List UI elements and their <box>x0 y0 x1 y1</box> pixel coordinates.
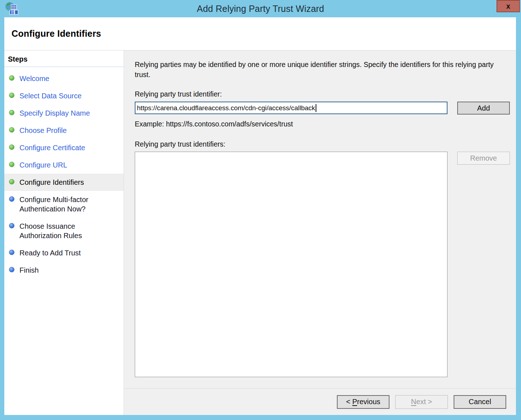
text-caret <box>316 104 316 112</box>
step-label: Specify Display Name <box>19 108 90 118</box>
step-item: Configure URL <box>4 156 124 174</box>
step-item: Configure Identifiers <box>4 174 124 191</box>
page-header: Configure Identifiers <box>4 17 516 50</box>
step-bullet-icon <box>9 162 14 167</box>
step-label: Finish <box>19 265 39 275</box>
identifier-input[interactable]: https://carena.cloudflareaccess.com/cdn-… <box>135 102 447 114</box>
step-bullet-icon <box>9 110 14 115</box>
previous-button[interactable]: < Previous <box>337 395 389 409</box>
step-label: Choose Profile <box>19 126 67 135</box>
steps-list: Welcome Select Data Source Specify Displ… <box>4 67 124 279</box>
step-bullet-icon <box>9 144 14 150</box>
step-item: Choose Profile <box>4 122 124 139</box>
step-label: Configure URL <box>19 160 67 170</box>
step-bullet-icon <box>9 93 14 98</box>
titlebar: Add Relying Party Trust Wizard x <box>0 0 521 17</box>
identifiers-list-label: Relying party trust identifiers: <box>135 140 516 148</box>
step-label: Welcome <box>19 74 49 83</box>
step-bullet-icon <box>9 267 14 272</box>
steps-heading: Steps <box>4 50 124 67</box>
step-label: Configure Identifiers <box>19 178 84 187</box>
example-text: Example: https://fs.contoso.com/adfs/ser… <box>135 120 516 128</box>
identifier-label: Relying party trust identifier: <box>135 90 516 98</box>
step-bullet-icon <box>9 127 14 133</box>
adfs-app-icon <box>5 2 19 16</box>
step-item: Ready to Add Trust <box>4 244 124 262</box>
step-label: Ready to Add Trust <box>19 248 81 258</box>
identifier-input-value: https://carena.cloudflareaccess.com/cdn-… <box>137 104 315 112</box>
next-button[interactable]: Next > <box>395 395 448 409</box>
wizard-frame: Configure Identifiers Steps Welcome Sele… <box>4 17 516 415</box>
step-bullet-icon <box>9 223 14 228</box>
step-item: Welcome <box>4 70 124 87</box>
configure-identifiers-panel: Relying parties may be identified by one… <box>124 50 516 388</box>
close-button[interactable]: x <box>496 0 520 12</box>
step-item: Configure Multi-factor Authentication No… <box>4 191 124 218</box>
add-button[interactable]: Add <box>457 102 510 115</box>
wizard-footer: < Previous Next > Cancel <box>124 388 516 415</box>
step-label: Configure Certificate <box>19 143 85 152</box>
step-bullet-icon <box>9 75 14 81</box>
page-title: Configure Identifiers <box>12 28 101 39</box>
identifiers-listbox[interactable] <box>135 152 447 377</box>
step-item: Select Data Source <box>4 87 124 104</box>
step-bullet-icon <box>9 196 14 202</box>
step-label: Select Data Source <box>19 91 81 100</box>
intro-text: Relying parties may be identified by one… <box>135 59 506 80</box>
step-label: Configure Multi-factor Authentication No… <box>19 195 106 214</box>
step-item: Choose Issuance Authorization Rules <box>4 218 124 244</box>
step-item: Finish <box>4 262 124 279</box>
step-item: Configure Certificate <box>4 139 124 156</box>
step-item: Specify Display Name <box>4 104 124 122</box>
step-label: Choose Issuance Authorization Rules <box>19 222 106 240</box>
remove-button[interactable]: Remove <box>457 152 510 165</box>
steps-sidebar: Steps Welcome Select Data Source Specify… <box>4 50 124 415</box>
step-bullet-icon <box>9 250 14 255</box>
window-title: Add Relying Party Trust Wizard <box>197 4 324 14</box>
cancel-button[interactable]: Cancel <box>454 395 506 409</box>
step-bullet-icon <box>9 179 14 184</box>
